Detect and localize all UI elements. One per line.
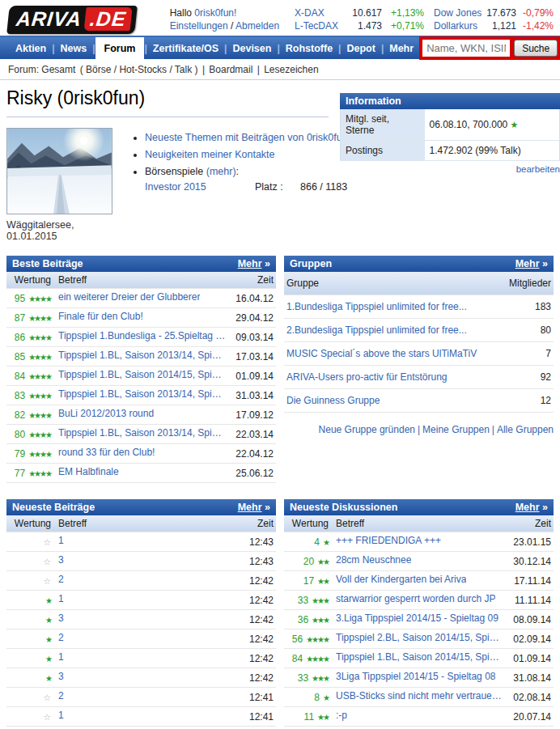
topic-link[interactable]: Tippspiel 1.Bundesliga - 25.Spieltag 201… — [58, 330, 227, 341]
table-row: ☆112:43 — [6, 532, 276, 552]
group-link[interactable]: 1.Bundesliga Tippspiel unlimited for fre… — [286, 301, 467, 312]
ticker-xdax-link[interactable]: X-DAX — [295, 6, 345, 19]
game-link[interactable]: Investor 2015 — [145, 181, 255, 193]
rating-score: 83 — [15, 390, 25, 401]
edit-profile-link[interactable]: bearbeiten — [516, 164, 560, 174]
topic-cell: 1 — [53, 649, 229, 668]
topic-link[interactable]: Tippspiel 1.BL, Saison 2014/15, Spieltag… — [336, 651, 504, 663]
rating-cell: ☆ — [6, 532, 53, 552]
rating-score: 8 — [314, 692, 320, 703]
topic-link[interactable]: 2 — [58, 690, 64, 701]
section-gruppen: Gruppen Mehr » Gruppe Mitglieder 1.Bunde… — [284, 256, 554, 483]
rating-stars-icon: ★★★★ — [28, 450, 51, 459]
topic-link[interactable]: BuLi 2012/2013 round — [58, 408, 154, 419]
table-row: 8★USB-Sticks sind nicht mehr vertrauensw… — [284, 688, 554, 707]
topic-link[interactable]: Tippspiel 1.BL, Saison 2013/14, Spieltag… — [58, 350, 227, 361]
topic-link[interactable]: 28cm Neuschnee — [336, 554, 411, 566]
information-header: Information — [340, 93, 560, 109]
ticker-ltecdax-link[interactable]: L-TecDAX — [295, 19, 345, 32]
topic-link[interactable]: Tippspiel 1.BL, Saison 2013/14, Spieltag… — [58, 427, 227, 439]
topic-link[interactable]: 3 — [58, 612, 64, 624]
topic-link[interactable]: 3Liga Tippspiel 2014/15 - Spieltag 08 — [336, 671, 495, 682]
top-header: ARIVA .DE Hallo 0risk0fun! Einstellungen… — [0, 0, 560, 36]
topic-link[interactable]: 1 — [58, 535, 64, 546]
games-label: Börsenspiele — [145, 166, 206, 177]
star-icon: ★ — [511, 120, 519, 129]
topic-link[interactable]: 3.Liga Tippspiel 2014/15 - Spieltag 09 — [336, 612, 498, 624]
main-nav: Aktien| News| Forum| Zertifikate/OS| Dev… — [0, 36, 560, 59]
topic-link[interactable]: EM Halbfinale — [58, 466, 119, 477]
diskussionen-mehr-link[interactable]: Mehr » — [515, 502, 548, 513]
logout-link[interactable]: Abmelden — [235, 20, 279, 32]
table-row: ★112:42 — [6, 591, 276, 610]
topic-cell: EM Halbfinale — [53, 464, 229, 483]
rating-score: 20 — [303, 556, 314, 567]
nav-item-mehr[interactable]: Mehr — [384, 37, 419, 59]
table-row: 79★★★★round 33 für den Club!22.04.12 — [6, 444, 276, 464]
topic-cell: 28cm Neuschnee — [331, 552, 507, 571]
group-link[interactable]: 2.Bundesliga Tippspiel unlimited for fre… — [286, 324, 467, 336]
breadcrumb-board-links[interactable]: ( Börse / Hot-Stocks / Talk ) — [80, 64, 198, 75]
meine-gruppen-link[interactable]: Meine Gruppen — [422, 424, 490, 435]
topic-link[interactable]: 1 — [58, 710, 64, 721]
greeting-prefix: Hallo — [170, 7, 195, 19]
table-row: 80★★★★Tippspiel 1.BL, Saison 2013/14, Sp… — [6, 425, 276, 444]
nav-item-aktien[interactable]: Aktien — [10, 37, 52, 59]
contacts-news-link[interactable]: Neuigkeiten meiner Kontakte — [145, 149, 275, 160]
beste-mehr-link[interactable]: Mehr » — [238, 258, 270, 269]
topic-link[interactable]: round 33 für den Club! — [58, 447, 155, 458]
topic-link[interactable]: +++ FRIEDENDIGA +++ — [336, 535, 441, 546]
rating-score: 84 — [15, 371, 25, 382]
rating-stars-icon: ★★★★ — [306, 655, 329, 663]
nav-item-depot[interactable]: Depot — [341, 37, 380, 59]
gruppen-mehr-link[interactable]: Mehr » — [515, 258, 548, 269]
rating-cell: ☆ — [6, 571, 53, 591]
breadcrumb-lesezeichen-link[interactable]: Lesezeichen — [264, 64, 318, 75]
topic-link[interactable]: 1 — [58, 651, 64, 663]
topic-link[interactable]: Tippspiel 1.BL, Saison 2014/15, Spieltag… — [58, 369, 227, 380]
search-button[interactable]: Suche — [514, 40, 558, 57]
topic-link[interactable]: USB-Sticks sind nicht mehr vertrauenswür… — [336, 690, 504, 701]
nav-item-zertifikate[interactable]: Zertifikate/OS — [147, 37, 224, 59]
group-link[interactable]: Die Guinness Gruppe — [286, 395, 380, 406]
topic-cell: 3.Liga Tippspiel 2014/15 - Spieltag 09 — [331, 610, 507, 629]
rating-stars-icon: ★★★★ — [28, 372, 51, 381]
settings-link[interactable]: Einstellungen — [170, 20, 228, 32]
topic-link[interactable]: 1 — [58, 593, 64, 604]
nav-item-rohstoffe[interactable]: Rohstoffe — [280, 37, 338, 59]
info-row-postings: Postings 1.472.902 (99% Talk) — [341, 141, 560, 161]
group-link[interactable]: MUSIC Special´s above the stars UlTiMaTi… — [286, 348, 477, 359]
nav-item-news[interactable]: News — [55, 37, 93, 59]
ticker-dollarkurs-link[interactable]: Dollarkurs — [434, 19, 482, 32]
group-name-cell: MUSIC Special´s above the stars UlTiMaTi… — [284, 342, 503, 366]
topic-link[interactable]: 2 — [58, 574, 64, 585]
topic-link[interactable]: starwarrior gesperrt worden durch JP — [336, 593, 495, 604]
search-input[interactable] — [422, 40, 510, 57]
table-row: 2.Bundesliga Tippspiel unlimited for fre… — [284, 319, 554, 342]
nav-item-forum-active[interactable]: Forum — [95, 37, 145, 59]
topic-link[interactable]: Voll der Kindergarten bei Ariva — [336, 574, 466, 585]
topic-link[interactable]: Tippspiel 1.BL, Saison 2013/14, Spieltag… — [58, 388, 227, 400]
topic-link[interactable]: :-p — [336, 710, 347, 721]
username-link[interactable]: 0risk0fun! — [194, 7, 236, 19]
topic-link[interactable]: Tippspiel 2.BL, Saison 2014/15, Spieltag… — [336, 632, 504, 643]
neueste-beitraege-mehr-link[interactable]: Mehr » — [238, 502, 270, 513]
topic-link[interactable]: Finale für den Club! — [58, 311, 143, 322]
table-row: 1.Bundesliga Tippspiel unlimited for fre… — [284, 295, 554, 319]
topic-link[interactable]: 2 — [58, 632, 64, 643]
topic-link[interactable]: ein weiterer Dreier der Glubberer — [58, 291, 200, 303]
neue-gruppe-link[interactable]: Neue Gruppe gründen — [319, 424, 415, 435]
ariva-logo[interactable]: ARIVA .DE — [6, 6, 137, 34]
alle-gruppen-link[interactable]: Alle Gruppen — [497, 424, 554, 435]
group-link[interactable]: ARIVA-Users pro-activ für Entstörung — [286, 371, 448, 383]
star-icon: ★ — [45, 635, 51, 644]
new-topics-link[interactable]: Neueste Themen mit Beiträgen von 0risk0f… — [145, 132, 348, 143]
ticker-dowjones-link[interactable]: Dow Jones — [434, 6, 482, 19]
breadcrumb-boardmail-link[interactable]: Boardmail — [209, 64, 252, 75]
topic-link[interactable]: 3 — [58, 554, 64, 566]
group-members-cell: 80 — [503, 319, 554, 342]
games-more-link[interactable]: (mehr) — [206, 166, 236, 177]
topic-cell: USB-Sticks sind nicht mehr vertrauenswür… — [331, 688, 507, 707]
nav-item-devisen[interactable]: Devisen — [227, 37, 277, 59]
topic-link[interactable]: 3 — [58, 671, 64, 682]
